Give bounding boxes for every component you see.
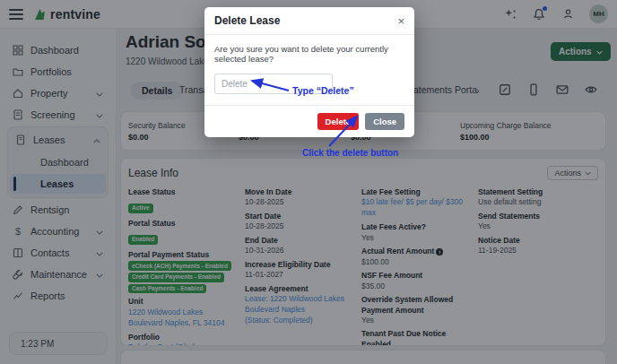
- modal-footer: Delete Close: [204, 105, 414, 137]
- delete-confirmation-input[interactable]: [214, 74, 333, 94]
- modal-message: Are you sure you want to delete your cur…: [214, 44, 404, 64]
- modal-body: Are you sure you want to delete your cur…: [204, 35, 414, 105]
- modal-header: Delete Lease ×: [204, 7, 414, 35]
- app-root: rentvine MH Dashboard Portfolios: [0, 0, 617, 364]
- delete-lease-modal: Delete Lease × Are you sure you want to …: [204, 7, 414, 137]
- delete-button[interactable]: Delete: [317, 113, 360, 130]
- close-icon[interactable]: ×: [397, 15, 404, 27]
- modal-title: Delete Lease: [214, 14, 280, 27]
- close-button[interactable]: Close: [365, 113, 404, 130]
